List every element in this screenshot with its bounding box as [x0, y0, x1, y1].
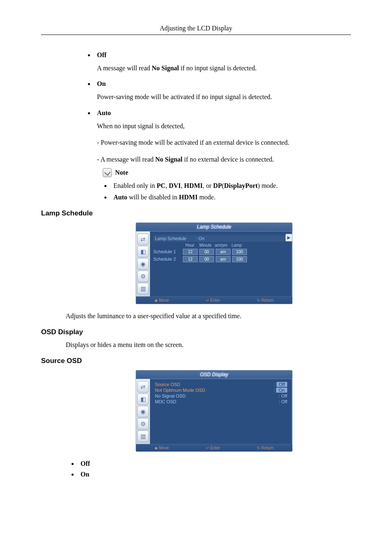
source-osd-row[interactable]: Source OSD : Off — [153, 382, 289, 387]
footer-return: ↻ Return — [257, 298, 274, 303]
side-icon-picture-2[interactable]: ◧ — [137, 393, 149, 405]
side-icon-setup[interactable]: ⚙ — [137, 271, 149, 282]
not-optimum-row[interactable]: Not Optimum Mode OSD : On — [153, 387, 289, 393]
lamp-s2-min[interactable]: 00 — [199, 256, 214, 262]
lamp-schedule2-row: Schedule 2 12 00 am 100 — [153, 256, 289, 262]
note-icon — [103, 168, 112, 177]
option-auto-title: Auto — [97, 109, 111, 116]
footer-return-2: ↻ Return — [257, 446, 274, 450]
source-osd-panel: OSD Display ⇄ ◧ ◉ ⚙ ▥ Source OSD : Off N… — [136, 370, 293, 452]
lamp-s1-ampm[interactable]: am — [216, 249, 231, 255]
lamp-s1-lamp[interactable]: 100 — [232, 249, 247, 255]
no-signal-osd-row[interactable]: No Signal OSD : Off — [153, 393, 289, 399]
option-auto: Auto When no input signal is detected, -… — [95, 109, 351, 164]
osd-main-2: Source OSD : Off Not Optimum Mode OSD : … — [150, 379, 292, 444]
lamp-schedule-osd: Lamp Schedule ⇄ ◧ ◉ ⚙ ▥ ▶ Lamp Schedule … — [136, 222, 293, 304]
note-item-1: Enabled only in PC, DVI, HDMI, or DP(Dis… — [111, 182, 351, 190]
source-osd-on: On — [78, 471, 351, 478]
lamp-schedule1-row: Schedule 1 12 00 am 100 — [153, 249, 289, 255]
side-icon-picture[interactable]: ◧ — [137, 246, 149, 257]
lamp-schedule-heading: Lamp Schedule — [41, 209, 351, 217]
side-icon-input-2[interactable]: ⇄ — [137, 381, 149, 393]
osd-title-2: OSD Display — [136, 370, 292, 379]
lamp-s2-hour[interactable]: 12 — [183, 256, 198, 262]
lamp-s1-hour[interactable]: 12 — [183, 249, 198, 255]
side-icon-input[interactable]: ⇄ — [137, 234, 149, 245]
arrow-right-icon[interactable]: ▶ — [286, 234, 292, 241]
lamp-col-heads: Hour Minute am/pm Lamp — [182, 243, 289, 247]
side-icon-setup-2[interactable]: ⚙ — [137, 418, 149, 430]
osd-footer: ◆ Move ↵ Enter ↻ Return — [136, 296, 292, 304]
lamp-body-text: Adjusts the luminance to a user-specifie… — [66, 312, 351, 320]
source-osd-off: Off — [78, 460, 351, 467]
lamp-s2-ampm[interactable]: am — [216, 256, 231, 262]
option-auto-desc2: - Power-saving mode will be activated if… — [97, 138, 351, 147]
lamp-row-label: Lamp Schedule — [155, 236, 196, 241]
source-osd-heading: Source OSD — [41, 357, 351, 365]
page-header: Adjusting the LCD Display — [41, 25, 351, 35]
note-item-2: Auto will be disabled in HDMI mode. — [111, 194, 351, 201]
lamp-s2-lamp[interactable]: 100 — [232, 256, 247, 262]
option-off-desc: A message will read No Signal if no inpu… — [97, 64, 351, 73]
side-icon-sound[interactable]: ◉ — [137, 258, 149, 270]
lamp-s1-min[interactable]: 00 — [199, 249, 214, 255]
source-osd-options: Off On — [41, 460, 351, 478]
note-label: Note — [115, 169, 128, 176]
osd-side-icons: ⇄ ◧ ◉ ⚙ ▥ — [136, 231, 150, 296]
option-off: Off A message will read No Signal if no … — [95, 51, 351, 73]
option-on-title: On — [97, 80, 106, 87]
footer-move-2: ◆ Move — [154, 446, 169, 450]
mdc-osd-row[interactable]: MDC OSD : Off — [153, 399, 289, 405]
lamp-row-value: : On — [196, 236, 205, 241]
side-icon-multi[interactable]: ▥ — [137, 283, 149, 294]
option-on-desc: Power-saving mode will be activated if n… — [97, 92, 351, 102]
footer-enter: ↵ Enter — [206, 298, 220, 303]
option-auto-desc1: When no input signal is detected, — [97, 122, 351, 131]
osd-title: Lamp Schedule — [136, 223, 292, 231]
footer-enter-2: ↵ Enter — [206, 446, 220, 450]
osd-display-heading: OSD Display — [41, 328, 351, 336]
options-list: Off A message will read No Signal if no … — [41, 51, 351, 164]
option-auto-desc3: - A message will read No Signal if no ex… — [97, 155, 351, 164]
osd-display-body: Displays or hides a menu item on the scr… — [66, 341, 351, 349]
footer-move: ◆ Move — [154, 298, 169, 303]
note-block: Note — [103, 168, 351, 177]
page-title: Adjusting the LCD Display — [160, 25, 232, 32]
side-icon-multi-2[interactable]: ▥ — [137, 430, 149, 442]
note-list: Enabled only in PC, DVI, HDMI, or DP(Dis… — [41, 182, 351, 201]
option-on: On Power-saving mode will be activated i… — [95, 80, 351, 102]
osd-side-icons-2: ⇄ ◧ ◉ ⚙ ▥ — [136, 379, 150, 444]
osd-footer-2: ◆ Move ↵ Enter ↻ Return — [136, 444, 292, 451]
side-icon-sound-2[interactable]: ◉ — [137, 406, 149, 417]
option-off-title: Off — [97, 51, 106, 58]
osd-main: ▶ Lamp Schedule : On Hour Minute am/pm L… — [150, 231, 292, 296]
